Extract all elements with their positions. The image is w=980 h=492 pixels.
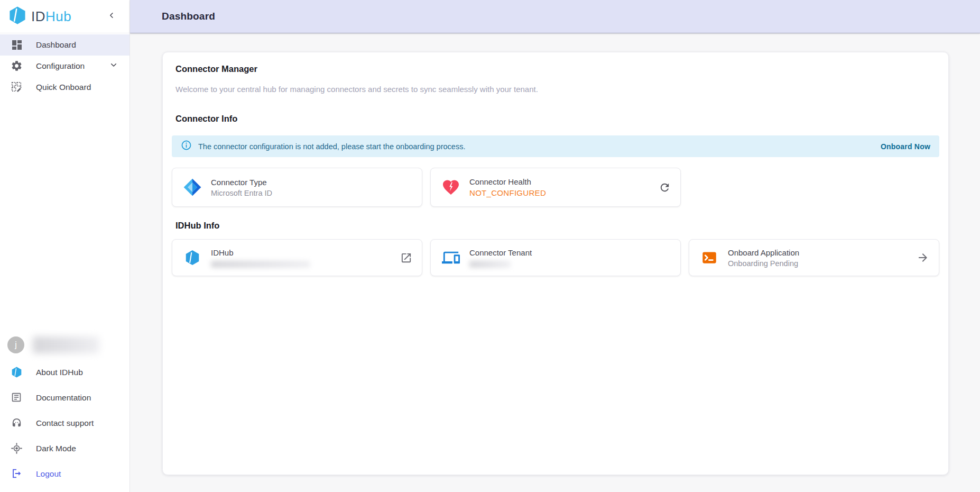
app-root: IDHub Dashboard Configuration bbox=[0, 0, 980, 492]
hexagon-idhub-icon bbox=[11, 366, 23, 379]
sidebar-item-quick-onboard[interactable]: Quick Onboard bbox=[0, 77, 130, 98]
sidebar-item-label: Configuration bbox=[36, 61, 85, 71]
footer-item-label: About IDHub bbox=[36, 368, 83, 377]
hexagon-logo-icon bbox=[7, 5, 27, 28]
sidebar: IDHub Dashboard Configuration bbox=[0, 0, 130, 492]
gear-icon bbox=[11, 60, 23, 72]
grid-edit-icon bbox=[11, 81, 23, 94]
banner-message: The connector configuration is not added… bbox=[198, 142, 465, 151]
sidebar-nav: Dashboard Configuration bbox=[0, 33, 130, 98]
page-title: Dashboard bbox=[162, 11, 215, 22]
user-row[interactable]: j bbox=[0, 330, 130, 360]
idhub-url-redacted bbox=[211, 261, 310, 268]
card-title: Onboard Application bbox=[728, 248, 799, 257]
info-circle-icon bbox=[181, 140, 192, 153]
onboarding-status: Onboarding Pending bbox=[728, 259, 799, 268]
connector-type-value: Microsoft Entra ID bbox=[211, 189, 272, 197]
onboarding-banner: The connector configuration is not added… bbox=[172, 135, 939, 157]
sidebar-item-label: Quick Onboard bbox=[36, 83, 91, 92]
headset-icon bbox=[11, 417, 23, 430]
sidebar-item-contact-support[interactable]: Contact support bbox=[0, 411, 130, 436]
sidebar-item-logout[interactable]: Logout bbox=[0, 461, 130, 487]
brightness-icon bbox=[11, 442, 23, 455]
hexagon-idhub-icon bbox=[182, 249, 203, 266]
terminal-icon bbox=[699, 249, 720, 267]
sidebar-item-dashboard[interactable]: Dashboard bbox=[0, 34, 130, 56]
card-title: IDHub bbox=[211, 248, 310, 257]
connector-type-card: Connector Type Microsoft Entra ID bbox=[172, 168, 422, 207]
sidebar-collapse-button[interactable] bbox=[104, 9, 119, 24]
refresh-icon[interactable] bbox=[659, 181, 671, 194]
avatar: j bbox=[7, 336, 24, 353]
sidebar-item-documentation[interactable]: Documentation bbox=[0, 385, 130, 411]
idhub-info-heading: IDHub Info bbox=[175, 221, 939, 231]
main-area: Dashboard Connector Manager Welcome to y… bbox=[130, 0, 980, 492]
panel-subtitle: Welcome to your central hub for managing… bbox=[175, 85, 939, 94]
tenant-value-redacted bbox=[469, 261, 511, 268]
devices-icon bbox=[440, 249, 461, 267]
sidebar-item-dark-mode[interactable]: Dark Mode bbox=[0, 436, 130, 461]
idhub-info-cards: IDHub Connector Tenant bbox=[172, 239, 939, 276]
card-title: Connector Health bbox=[469, 177, 546, 186]
onboard-now-button[interactable]: Onboard Now bbox=[881, 142, 930, 151]
card-title: Connector Tenant bbox=[469, 248, 532, 257]
user-name-redacted bbox=[33, 336, 99, 353]
topbar: Dashboard bbox=[130, 0, 980, 33]
footer-item-label: Documentation bbox=[36, 393, 91, 403]
card-title: Connector Type bbox=[211, 178, 272, 187]
panel-title: Connector Manager bbox=[175, 64, 939, 74]
brand-logo: IDHub bbox=[7, 5, 71, 28]
logo-row: IDHub bbox=[0, 0, 130, 33]
footer-item-label: Contact support bbox=[36, 418, 94, 428]
sidebar-item-label: Dashboard bbox=[36, 40, 76, 50]
connector-info-cards: Connector Type Microsoft Entra ID bbox=[172, 168, 939, 207]
onboard-application-card[interactable]: Onboard Application Onboarding Pending bbox=[689, 239, 939, 276]
connector-health-status: NOT_CONFIGURED bbox=[469, 188, 546, 197]
open-in-new-icon[interactable] bbox=[400, 252, 412, 264]
connector-tenant-card: Connector Tenant bbox=[430, 239, 681, 276]
footer-item-label: Dark Mode bbox=[36, 444, 76, 453]
dashboard-grid-icon bbox=[11, 39, 23, 51]
connector-info-heading: Connector Info bbox=[175, 114, 939, 124]
footer-item-label: Logout bbox=[36, 469, 61, 479]
sidebar-bottom: j About IDHub Documentation bbox=[0, 330, 130, 492]
microsoft-entra-id-icon bbox=[182, 177, 203, 197]
sidebar-item-about-idhub[interactable]: About IDHub bbox=[0, 360, 130, 385]
brand-name: IDHub bbox=[31, 8, 71, 25]
chevron-down-icon bbox=[109, 61, 118, 71]
chevron-left-icon bbox=[107, 11, 116, 22]
content: Connector Manager Welcome to your centra… bbox=[130, 33, 980, 492]
article-icon bbox=[11, 391, 23, 404]
broken-heart-icon bbox=[440, 178, 461, 197]
idhub-card: IDHub bbox=[172, 239, 422, 276]
connector-health-card: Connector Health NOT_CONFIGURED bbox=[430, 168, 681, 207]
arrow-right-icon[interactable] bbox=[917, 251, 929, 264]
connector-manager-panel: Connector Manager Welcome to your centra… bbox=[162, 52, 949, 475]
sidebar-item-configuration[interactable]: Configuration bbox=[0, 56, 130, 77]
logout-icon bbox=[11, 468, 23, 480]
